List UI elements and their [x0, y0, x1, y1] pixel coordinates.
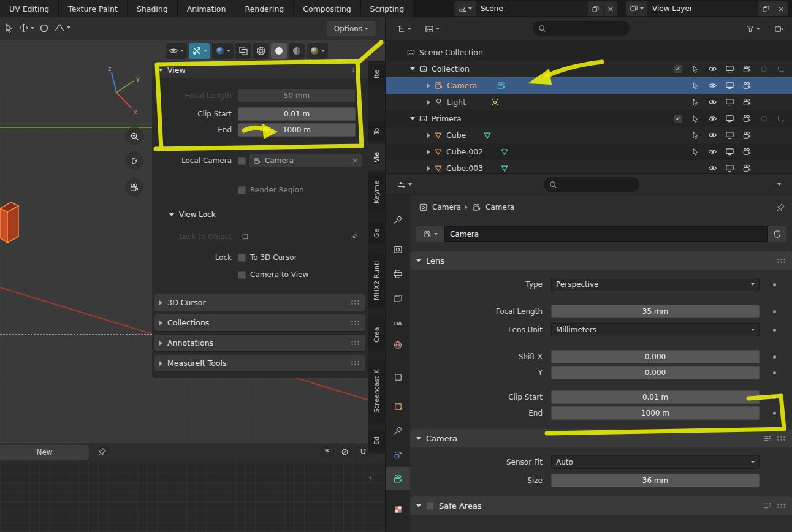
outliner-row-camera[interactable]: Camera [386, 77, 792, 94]
sidebar-tab-mhx2[interactable]: MHX2 Runti [368, 254, 385, 308]
filter-button[interactable] [741, 21, 764, 37]
camera-panel-header[interactable]: Camera [410, 429, 792, 447]
disable-viewport-icon[interactable] [721, 77, 738, 94]
indirect-only-icon[interactable] [772, 61, 790, 77]
sidebar-tab-item[interactable]: Ite [368, 64, 385, 85]
disable-render-icon[interactable] [738, 160, 755, 173]
workspace-tab-compositing[interactable]: Compositing [294, 0, 360, 17]
panel-annotations[interactable]: Annotations [154, 335, 365, 351]
panel-3d-cursor[interactable]: 3D Cursor [154, 294, 365, 311]
camera-data-icon[interactable] [497, 81, 506, 91]
outliner-row-light[interactable]: Light [386, 94, 792, 110]
shift-x-slider[interactable]: 0.000 [551, 350, 760, 363]
disable-viewport-icon[interactable] [721, 143, 738, 160]
safe-areas-panel-header[interactable]: Safe Areas [410, 496, 792, 515]
tweak-tool-icon[interactable] [4, 23, 15, 34]
panel-measureit-tools[interactable]: MeasureIt Tools [154, 355, 365, 371]
selectable-icon[interactable] [687, 94, 704, 110]
gizmo-toggle-button[interactable] [189, 43, 210, 59]
view-layer-remove-button[interactable]: × [774, 1, 788, 16]
expand-triangle-icon[interactable] [427, 166, 430, 171]
local-camera-field[interactable]: Camera × [249, 154, 362, 167]
workspace-tab-texture-paint[interactable]: Texture Paint [59, 0, 128, 17]
tab-view-layer[interactable] [386, 288, 410, 309]
view-layer-name[interactable]: View Layer [647, 4, 758, 13]
disable-render-icon[interactable] [738, 143, 755, 160]
breadcrumb-object[interactable]: Camera [432, 203, 461, 211]
animate-dot[interactable] [773, 412, 776, 415]
scene-unlink-button[interactable]: × [604, 1, 617, 16]
to-3d-cursor-checkbox[interactable] [238, 254, 246, 262]
new-collection-button[interactable] [769, 21, 788, 37]
sidebar-tab-create[interactable]: Crea [368, 319, 385, 351]
mesh-data-icon[interactable] [500, 164, 509, 173]
sidebar-tab-view[interactable]: Vie [368, 143, 385, 170]
3d-viewport[interactable]: z y x View Focal Length 50 mm [0, 40, 385, 532]
visibility-dropdown[interactable] [166, 43, 187, 59]
expand-triangle-icon[interactable] [427, 100, 430, 105]
clip-start-slider[interactable]: 0.01 m [551, 390, 760, 404]
hide-eye-icon[interactable] [704, 110, 721, 127]
hide-eye-icon[interactable] [704, 77, 721, 94]
xray-toggle[interactable] [235, 43, 251, 59]
outliner-row-collection[interactable]: Collection [386, 61, 792, 77]
expand-triangle-icon[interactable] [410, 117, 415, 120]
workspace-tab-scripting[interactable]: Scripting [361, 0, 414, 17]
zoom-button[interactable] [125, 127, 143, 145]
view-layer-browse-button[interactable] [626, 1, 647, 16]
disable-render-icon[interactable] [738, 110, 755, 127]
selectable-icon[interactable] [687, 61, 704, 77]
expand-triangle-icon[interactable] [427, 150, 430, 154]
grip-icon[interactable] [351, 360, 360, 366]
options-button[interactable]: Options [327, 21, 376, 36]
disable-render-icon[interactable] [738, 61, 755, 77]
sun-data-icon[interactable] [490, 97, 500, 107]
holdout-icon[interactable] [755, 61, 772, 77]
proportional-edit-icon[interactable] [39, 23, 49, 33]
camera-view-button[interactable] [125, 178, 143, 197]
animate-dot[interactable] [773, 329, 776, 332]
hide-eye-icon[interactable] [704, 61, 721, 77]
animate-dot[interactable] [773, 371, 776, 374]
disable-viewport-icon[interactable] [721, 94, 738, 110]
animate-dot[interactable] [773, 355, 776, 359]
grip-icon[interactable] [351, 320, 360, 325]
render-region-checkbox[interactable] [238, 186, 246, 194]
type-dropdown[interactable]: Perspective [551, 278, 760, 291]
grip-icon[interactable] [777, 436, 786, 441]
tab-render[interactable] [386, 239, 410, 260]
tab-world[interactable] [386, 335, 410, 355]
hide-eye-icon[interactable] [704, 160, 721, 173]
collapse-chevron-icon[interactable]: ‹ [369, 473, 372, 482]
workspace-tab-uv-editing[interactable]: UV Editing [0, 0, 59, 17]
scene-name[interactable]: Scene [476, 4, 588, 13]
selectable-icon[interactable] [687, 143, 704, 160]
indirect-only-icon[interactable] [772, 110, 790, 127]
scene-copy-button[interactable] [588, 1, 603, 16]
hide-eye-icon[interactable] [704, 94, 721, 110]
mesh-data-icon[interactable] [483, 131, 492, 140]
camera-data-browse-button[interactable] [416, 226, 444, 242]
editor-type-outliner-button[interactable] [392, 21, 416, 37]
local-camera-checkbox[interactable] [238, 157, 246, 165]
grip-icon[interactable] [777, 258, 786, 264]
clip-end-slider[interactable]: 1000 m [551, 406, 760, 420]
shading-rendered-button[interactable] [307, 43, 328, 59]
grip-icon[interactable] [351, 300, 360, 305]
tab-modifiers[interactable] [386, 420, 410, 441]
tab-texture[interactable] [386, 499, 410, 520]
properties-search[interactable] [544, 177, 639, 192]
pin-icon[interactable] [776, 203, 785, 212]
tab-collection[interactable] [386, 367, 410, 387]
name-input[interactable]: Camera [444, 226, 768, 242]
focal-length-slider[interactable]: 35 mm [551, 305, 760, 318]
view-panel-header[interactable]: View [152, 61, 368, 78]
sidebar-tab-edit[interactable]: Ed [368, 430, 385, 451]
scene-browse-button[interactable] [454, 1, 476, 16]
sensor-fit-dropdown[interactable]: Auto [551, 455, 760, 469]
disable-viewport-icon[interactable] [721, 61, 738, 77]
tab-scene[interactable] [386, 311, 410, 332]
workspace-tab-shading[interactable]: Shading [128, 0, 178, 17]
shift-y-slider[interactable]: 0.000 [551, 366, 760, 379]
tab-object-data-camera[interactable] [386, 467, 410, 490]
